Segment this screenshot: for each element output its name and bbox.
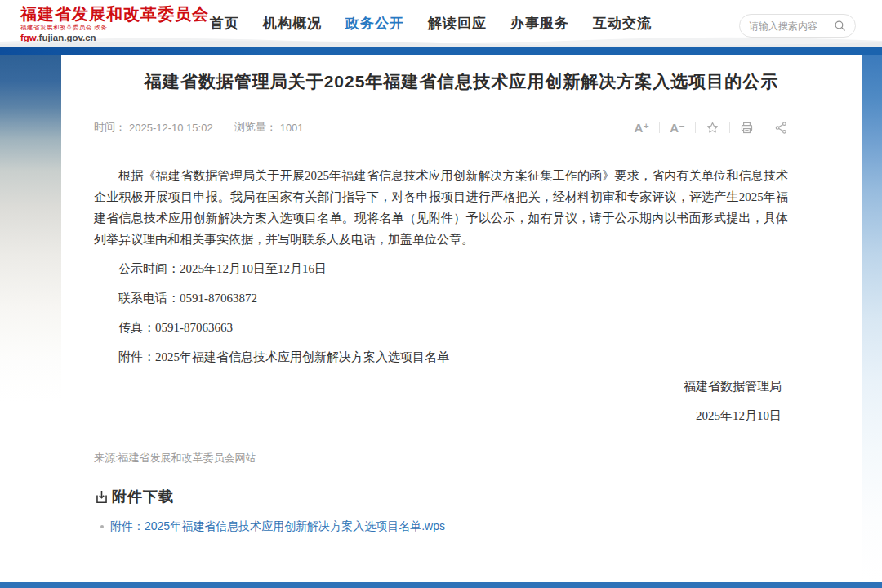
site-header: 福建省发展和改革委员会 福建省发展和改革委员会.政务 fgw.fujian.go… (0, 0, 882, 47)
download-icon (94, 489, 109, 505)
toolbar-separator (764, 122, 764, 133)
nav-item-services[interactable]: 办事服务 (510, 14, 569, 33)
toolbar-separator (695, 122, 696, 133)
article-title: 福建省数据管理局关于2025年福建省信息技术应用创新解决方案入选项目的公示 (61, 68, 862, 96)
right-background-image (862, 55, 882, 582)
site-logo-title: 福建省发展和改革委员会 (20, 5, 209, 23)
site-logo-subtitle: 福建省发展和改革委员会.政务 (20, 24, 209, 32)
search-icon[interactable] (834, 20, 846, 32)
article-body: 根据《福建省数据管理局关于开展2025年福建省信息技术应用创新解决方案征集工作的… (94, 165, 788, 426)
nav-item-interaction[interactable]: 互动交流 (593, 14, 652, 33)
site-logo-domain-prefix: fgw (20, 33, 36, 42)
toolbar-separator (659, 122, 660, 133)
signature-date: 2025年12月10日 (94, 405, 788, 426)
share-icon[interactable] (774, 121, 788, 135)
nav-item-home[interactable]: 首页 (210, 14, 239, 33)
article-paragraph-contact-phone: 联系电话：0591-87063872 (94, 287, 788, 309)
nav-item-interpretation[interactable]: 解读回应 (428, 14, 487, 33)
search-box[interactable] (739, 14, 856, 38)
font-decrease-button[interactable]: A⁻ (670, 122, 685, 134)
attachment-item: 附件：2025年福建省信息技术应用创新解决方案入选项目名单.wps (94, 519, 788, 534)
favorite-star-icon[interactable] (706, 121, 719, 135)
article-meta-row: 时间： 2025-12-10 15:02 浏览量： 1001 A⁺ A⁻ (94, 109, 788, 145)
attachments-list: 附件：2025年福建省信息技术应用创新解决方案入选项目名单.wps (94, 519, 788, 534)
article-toolbar: A⁺ A⁻ (635, 121, 789, 135)
attachments-heading-label: 附件下载 (112, 487, 174, 506)
meta-views-label: 浏览量： (234, 120, 277, 135)
content-card: 福建省数据管理局关于2025年福建省信息技术应用创新解决方案入选项目的公示 时间… (61, 55, 862, 582)
top-blue-bar (0, 47, 882, 55)
nav-item-org-overview[interactable]: 机构概况 (263, 14, 322, 33)
bottom-blue-bar (0, 582, 882, 588)
article-paragraph-public-period: 公示时间：2025年12月10日至12月16日 (94, 258, 788, 279)
meta-views-value: 1001 (280, 122, 304, 134)
left-background-image (0, 55, 61, 582)
font-increase-button[interactable]: A⁺ (635, 122, 650, 134)
attachments-section: 附件下载 附件：2025年福建省信息技术应用创新解决方案入选项目名单.wps (94, 487, 788, 534)
meta-time-label: 时间： (94, 120, 126, 135)
bullet-icon (100, 525, 104, 528)
search-input[interactable] (749, 20, 834, 32)
attachment-link[interactable]: 附件：2025年福建省信息技术应用创新解决方案入选项目名单.wps (110, 519, 445, 534)
article-source: 来源:福建省发展和改革委员会网站 (94, 451, 788, 466)
article-paragraph-attachment: 附件：2025年福建省信息技术应用创新解决方案入选项目名单 (94, 346, 788, 368)
site-logo-domain-rest: .fujian.gov.cn (36, 33, 96, 42)
article-paragraph-fax: 传真：0591-87063663 (94, 317, 788, 338)
print-icon[interactable] (740, 121, 754, 135)
attachments-heading: 附件下载 (94, 487, 788, 506)
toolbar-separator (729, 122, 730, 133)
main-nav: 首页 机构概况 政务公开 解读回应 办事服务 互动交流 (210, 0, 675, 47)
site-logo[interactable]: 福建省发展和改革委员会 福建省发展和改革委员会.政务 fgw.fujian.go… (20, 5, 209, 42)
article-meta: 时间： 2025-12-10 15:02 浏览量： 1001 (94, 120, 304, 135)
nav-item-gov-info[interactable]: 政务公开 (345, 14, 404, 33)
signature-org: 福建省数据管理局 (94, 376, 788, 397)
article-paragraph: 根据《福建省数据管理局关于开展2025年福建省信息技术应用创新解决方案征集工作的… (94, 165, 788, 250)
meta-time-value: 2025-12-10 15:02 (129, 122, 213, 134)
site-logo-domain: fgw.fujian.gov.cn (20, 33, 209, 42)
